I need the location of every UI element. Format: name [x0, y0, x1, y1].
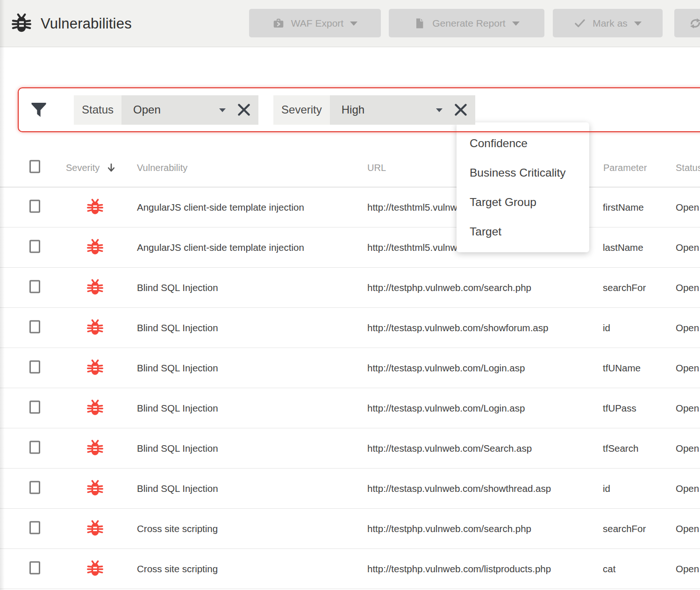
- table-row[interactable]: AngularJS client-side template injection…: [0, 187, 700, 227]
- parameter-cell: id: [603, 322, 610, 334]
- severity-high-bug-icon: [87, 359, 103, 377]
- chevron-down-icon: [219, 108, 226, 112]
- table-row[interactable]: Blind SQL Injection http://testasp.vulnw…: [0, 308, 700, 348]
- vulnerability-table: AngularJS client-side template injection…: [0, 187, 700, 589]
- url-cell: http://testasp.vulnweb.com/Login.asp: [367, 403, 525, 414]
- table-row[interactable]: Cross site scripting http://testphp.vuln…: [0, 509, 700, 549]
- status-cell: Open: [676, 322, 699, 334]
- filter-severity-label: Severity: [273, 95, 330, 125]
- generate-report-label: Generate Report: [432, 18, 505, 29]
- parameter-cell: searchFor: [603, 523, 646, 534]
- url-cell: http://testasp.vulnweb.com/showforum.asp: [367, 322, 548, 334]
- menu-item-business-criticality[interactable]: Business Criticality: [457, 158, 589, 187]
- severity-high-bug-icon: [87, 399, 103, 417]
- row-checkbox[interactable]: [29, 400, 40, 413]
- menu-item-confidence[interactable]: Confidence: [457, 128, 589, 158]
- vulnerability-link[interactable]: Cross site scripting: [137, 523, 218, 534]
- check-icon: [574, 17, 586, 29]
- severity-high-bug-icon: [87, 239, 103, 256]
- row-checkbox[interactable]: [29, 320, 40, 333]
- filter-status-label: Status: [74, 95, 121, 125]
- vulnerability-link[interactable]: AngularJS client-side template injection: [137, 202, 304, 213]
- filter-bar: Status Open Severity High: [18, 87, 700, 132]
- filter-severity-select[interactable]: High: [330, 95, 475, 125]
- menu-item-target[interactable]: Target: [457, 217, 589, 246]
- column-header-url: URL: [367, 163, 386, 173]
- parameter-cell: tfUPass: [603, 403, 636, 414]
- vulnerabilities-page: Vulnerabilities WAF Export Generate Repo…: [0, 0, 700, 590]
- column-header-status: Status: [676, 163, 700, 173]
- url-cell: http://testphp.vulnweb.com/listproducts.…: [367, 563, 551, 575]
- row-checkbox[interactable]: [29, 561, 40, 574]
- table-row[interactable]: Blind SQL Injection http://testasp.vulnw…: [0, 388, 700, 428]
- severity-high-bug-icon: [87, 440, 103, 457]
- vulnerability-link[interactable]: Blind SQL Injection: [137, 282, 218, 293]
- remove-status-filter-icon[interactable]: [238, 104, 250, 116]
- table-row[interactable]: AngularJS client-side template injection…: [0, 227, 700, 268]
- filter-funnel-icon: [30, 100, 48, 119]
- chevron-down-icon: [436, 108, 443, 112]
- column-header-parameter: Parameter: [603, 163, 647, 173]
- table-row[interactable]: Blind SQL Injection http://testasp.vulnw…: [0, 348, 700, 388]
- severity-high-bug-icon: [87, 199, 103, 216]
- table-row[interactable]: Cross site scripting http://testphp.vuln…: [0, 549, 700, 589]
- vulnerability-link[interactable]: AngularJS client-side template injection: [137, 242, 304, 253]
- bug-icon: [12, 13, 31, 35]
- page-title-group: Vulnerabilities: [12, 0, 132, 47]
- waf-export-button[interactable]: WAF Export: [249, 9, 381, 37]
- mark-as-button[interactable]: Mark as: [553, 9, 663, 37]
- vulnerability-link[interactable]: Blind SQL Injection: [137, 483, 218, 494]
- vulnerability-link[interactable]: Blind SQL Injection: [137, 443, 218, 454]
- status-cell: Open: [676, 282, 699, 293]
- severity-high-bug-icon: [87, 319, 103, 337]
- severity-high-bug-icon: [87, 480, 103, 498]
- parameter-cell: tfSearch: [603, 443, 638, 454]
- filter-severity-value: High: [330, 103, 436, 116]
- retest-button[interactable]: [674, 9, 700, 37]
- status-cell: Open: [676, 242, 699, 253]
- chevron-down-icon: [634, 21, 642, 26]
- row-checkbox[interactable]: [29, 280, 40, 293]
- report-file-icon: [414, 17, 426, 29]
- vulnerability-link[interactable]: Blind SQL Injection: [137, 403, 218, 414]
- row-checkbox[interactable]: [29, 240, 40, 253]
- url-cell: http://testphp.vulnweb.com/search.php: [367, 523, 531, 534]
- top-bar: Vulnerabilities WAF Export Generate Repo…: [0, 0, 700, 47]
- column-header-vulnerability: Vulnerability: [137, 163, 187, 173]
- vulnerability-link[interactable]: Blind SQL Injection: [137, 322, 218, 334]
- select-all-checkbox[interactable]: [29, 160, 40, 173]
- severity-high-bug-icon: [87, 279, 103, 297]
- table-row[interactable]: Blind SQL Injection http://testphp.vulnw…: [0, 268, 700, 308]
- table-header: Severity Vulnerability URL Parameter Sta…: [0, 149, 700, 187]
- filter-status-select[interactable]: Open: [121, 95, 258, 125]
- status-cell: Open: [676, 363, 699, 374]
- parameter-cell: searchFor: [603, 282, 646, 293]
- vulnerability-link[interactable]: Blind SQL Injection: [137, 363, 218, 374]
- table-row[interactable]: Blind SQL Injection http://testasp.vulnw…: [0, 428, 700, 469]
- status-cell: Open: [676, 523, 699, 534]
- remove-severity-filter-icon[interactable]: [455, 104, 467, 116]
- status-cell: Open: [676, 202, 699, 213]
- generate-report-button[interactable]: Generate Report: [389, 9, 544, 37]
- parameter-cell: lastName: [603, 242, 643, 253]
- parameter-cell: tfUName: [603, 363, 641, 374]
- row-checkbox[interactable]: [29, 360, 40, 373]
- briefcase-export-icon: [272, 17, 285, 29]
- chevron-down-icon: [350, 21, 357, 26]
- parameter-cell: firstName: [603, 202, 644, 213]
- status-cell: Open: [676, 563, 699, 575]
- row-checkbox[interactable]: [29, 441, 40, 454]
- vulnerability-link[interactable]: Cross site scripting: [137, 563, 218, 575]
- column-header-severity[interactable]: Severity: [66, 163, 116, 173]
- status-cell: Open: [676, 403, 699, 414]
- page-title: Vulnerabilities: [41, 15, 132, 32]
- row-checkbox[interactable]: [29, 481, 40, 494]
- parameter-cell: cat: [603, 563, 615, 575]
- url-cell: http://testasp.vulnweb.com/Search.asp: [367, 443, 532, 454]
- table-row[interactable]: Blind SQL Injection http://testasp.vulnw…: [0, 469, 700, 509]
- row-checkbox[interactable]: [29, 521, 40, 534]
- menu-item-target-group[interactable]: Target Group: [457, 187, 589, 217]
- chevron-down-icon: [512, 21, 520, 26]
- status-cell: Open: [676, 483, 699, 494]
- row-checkbox[interactable]: [29, 199, 40, 213]
